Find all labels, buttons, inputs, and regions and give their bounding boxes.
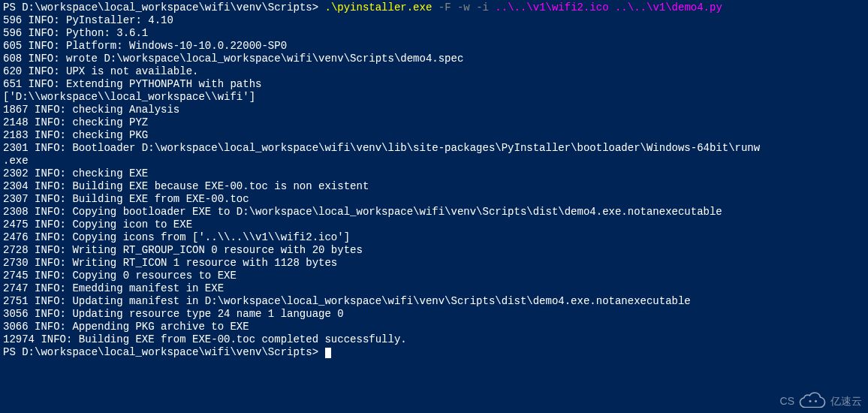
cmd-executable: .\pyinstaller.exe xyxy=(325,2,432,14)
output-line: 596 INFO: Python: 3.6.1 xyxy=(3,27,865,40)
output-line: 3056 INFO: Updating resource type 24 nam… xyxy=(3,308,865,321)
prompt-sep: > xyxy=(312,2,325,14)
ps-prefix: PS xyxy=(3,2,22,14)
cmd-args: ..\..\v1\wifi2.ico ..\..\v1\demo4.py xyxy=(495,2,722,14)
prompt-path: D:\workspace\local_workspace\wifi\venv\S… xyxy=(22,346,312,358)
prompt-path: D:\workspace\local_workspace\wifi\venv\S… xyxy=(22,2,312,14)
command-line-1[interactable]: PS D:\workspace\local_workspace\wifi\ven… xyxy=(3,2,865,14)
watermark-brand: 亿速云 xyxy=(830,395,862,408)
output-line: 2475 INFO: Copying icon to EXE xyxy=(3,219,865,231)
output-line: 2148 INFO: checking PYZ xyxy=(3,116,865,129)
output-line: .exe xyxy=(3,155,865,167)
output-line: 2730 INFO: Writing RT_ICON 1 resource wi… xyxy=(3,257,865,270)
cloud-icon xyxy=(799,391,826,411)
svg-point-0 xyxy=(809,400,812,402)
output-line: 608 INFO: wrote D:\workspace\local_works… xyxy=(3,53,865,65)
cursor xyxy=(325,348,331,358)
output-line: 1867 INFO: checking Analysis xyxy=(3,104,865,116)
output-line: 2307 INFO: Building EXE from EXE-00.toc xyxy=(3,193,865,206)
svg-point-1 xyxy=(815,400,817,402)
ps-prefix: PS xyxy=(3,346,22,358)
output-line: 2302 INFO: checking EXE xyxy=(3,167,865,180)
output-line: 12974 INFO: Building EXE from EXE-00.toc… xyxy=(3,333,865,346)
output-line: 3066 INFO: Appending PKG archive to EXE xyxy=(3,321,865,333)
output-line: 2301 INFO: Bootloader D:\workspace\local… xyxy=(3,142,865,155)
output-line: 620 INFO: UPX is not available. xyxy=(3,65,865,78)
output-line: 596 INFO: PyInstaller: 4.10 xyxy=(3,14,865,27)
output-line: 2745 INFO: Copying 0 resources to EXE xyxy=(3,270,865,282)
command-line-2[interactable]: PS D:\workspace\local_workspace\wifi\ven… xyxy=(3,346,865,359)
output-line: 2747 INFO: Emedding manifest in EXE xyxy=(3,282,865,295)
output-line: 2728 INFO: Writing RT_GROUP_ICON 0 resou… xyxy=(3,244,865,257)
output-line: 2183 INFO: checking PKG xyxy=(3,129,865,142)
output-line: 2308 INFO: Copying bootloader EXE to D:\… xyxy=(3,206,865,219)
output-line: 651 INFO: Extending PYTHONPATH with path… xyxy=(3,78,865,91)
watermark-left-text: CS xyxy=(780,395,794,408)
watermark: CS 亿速云 xyxy=(780,391,862,411)
output-line: 2476 INFO: Copying icons from ['..\\..\\… xyxy=(3,231,865,244)
output-line: 2304 INFO: Building EXE because EXE-00.t… xyxy=(3,180,865,193)
output-line: ['D:\\workspace\\local_workspace\\wifi'] xyxy=(3,91,865,104)
output-line: 605 INFO: Platform: Windows-10-10.0.2200… xyxy=(3,40,865,53)
cmd-flags: -F -w -i xyxy=(432,2,495,14)
output-line: 2751 INFO: Updating manifest in D:\works… xyxy=(3,295,865,308)
prompt-sep: > xyxy=(312,346,325,358)
